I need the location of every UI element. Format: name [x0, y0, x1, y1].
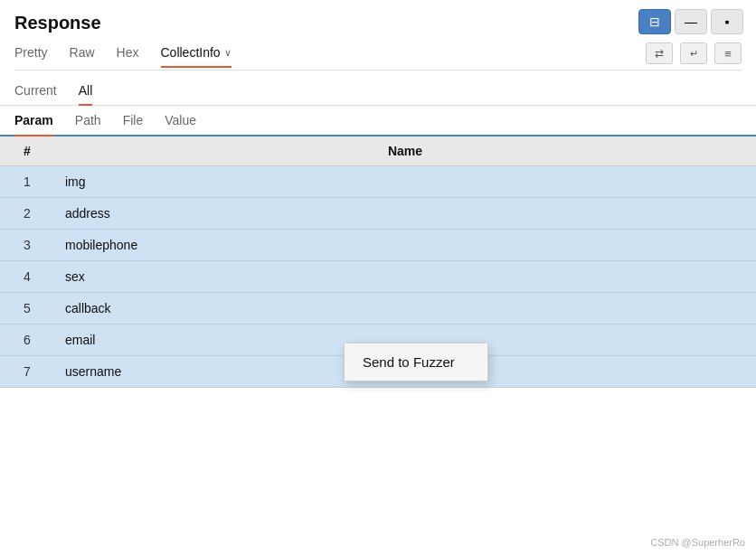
cell-id: 4 — [0, 261, 54, 293]
tab-collectinfo-label: CollectInfo — [161, 45, 221, 60]
tab-pretty[interactable]: Pretty — [14, 45, 48, 67]
table-row[interactable]: 3mobilephone — [0, 230, 756, 261]
table-row[interactable]: 2address — [0, 198, 756, 230]
table-row[interactable]: 5callback — [0, 293, 756, 325]
typetab-file[interactable]: File — [123, 113, 144, 135]
context-menu-send-to-fuzzer[interactable]: Send to Fuzzer — [345, 343, 487, 381]
cell-id: 2 — [0, 198, 54, 230]
panel-title: Response — [14, 13, 742, 33]
table-row[interactable]: 1img — [0, 166, 756, 198]
collectinfo-chevron-icon: ∨ — [224, 47, 232, 59]
col-header-name: Name — [54, 136, 756, 166]
list-view-button[interactable]: — — [675, 9, 707, 34]
cell-name: address — [54, 198, 756, 230]
tab-raw[interactable]: Raw — [70, 45, 95, 67]
split-view-button[interactable]: ⊟ — [638, 9, 671, 34]
table-container: # Name 1img2address3mobilephone4sex5call… — [0, 136, 756, 555]
cell-id: 3 — [0, 230, 54, 261]
menu-button[interactable]: ≡ — [714, 42, 742, 64]
table-header-row: # Name — [0, 136, 756, 166]
cell-id: 7 — [0, 356, 54, 388]
table-row[interactable]: 4sex — [0, 261, 756, 293]
cell-name: sex — [54, 261, 756, 293]
cell-id: 6 — [0, 325, 54, 356]
filter-icon: ⇄ — [655, 47, 664, 60]
list-view-icon: — — [685, 14, 697, 29]
format-tabs-right: ⇄ ↵ ≡ — [646, 42, 742, 70]
watermark: CSDN @SuperherRo — [650, 537, 745, 548]
cell-id: 5 — [0, 293, 54, 325]
typetab-path[interactable]: Path — [75, 113, 101, 135]
cell-name: mobilephone — [54, 230, 756, 261]
type-tabs: Param Path File Value — [0, 106, 756, 136]
typetab-param[interactable]: Param — [14, 113, 53, 135]
compact-view-icon: ▪ — [725, 14, 730, 29]
tab-hex[interactable]: Hex — [117, 45, 139, 67]
subtab-current[interactable]: Current — [14, 83, 57, 105]
top-toolbar: ⊟ — ▪ — [638, 9, 743, 34]
col-header-hash: # — [0, 136, 54, 166]
sub-tabs: Current All — [0, 76, 756, 106]
main-panel: Response Pretty Raw Hex CollectInfo ∨ ⇄ … — [0, 0, 756, 555]
newline-icon: ↵ — [690, 48, 698, 60]
context-menu: Send to Fuzzer — [344, 343, 488, 381]
compact-view-button[interactable]: ▪ — [711, 9, 743, 34]
format-tabs: Pretty Raw Hex CollectInfo ∨ ⇄ ↵ ≡ — [14, 42, 742, 71]
cell-name: callback — [54, 293, 756, 325]
filter-button[interactable]: ⇄ — [646, 42, 673, 64]
split-view-icon: ⊟ — [649, 14, 660, 29]
typetab-value[interactable]: Value — [165, 113, 196, 135]
newline-button[interactable]: ↵ — [680, 42, 707, 64]
hamburger-icon: ≡ — [724, 47, 732, 61]
subtab-all[interactable]: All — [79, 83, 93, 105]
cell-id: 1 — [0, 166, 54, 198]
tab-collectinfo[interactable]: CollectInfo ∨ — [161, 45, 232, 67]
cell-name: img — [54, 166, 756, 198]
